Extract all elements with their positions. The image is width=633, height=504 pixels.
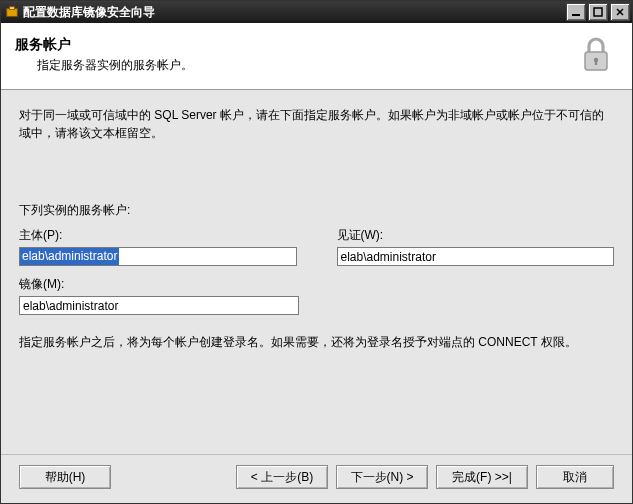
principal-label: 主体(P):: [19, 227, 297, 244]
mirror-input[interactable]: [19, 296, 299, 315]
principal-input[interactable]: [19, 247, 297, 266]
intro-text: 对于同一域或可信域中的 SQL Server 帐户，请在下面指定服务帐户。如果帐…: [19, 106, 614, 142]
witness-label: 见证(W):: [337, 227, 615, 244]
back-button[interactable]: < 上一步(B): [236, 465, 328, 489]
finish-button[interactable]: 完成(F) >>|: [436, 465, 528, 489]
maximize-button[interactable]: [588, 3, 608, 21]
window-controls: [566, 3, 630, 21]
cancel-button[interactable]: 取消: [536, 465, 614, 489]
svg-rect-8: [595, 60, 597, 65]
svg-rect-3: [594, 8, 602, 16]
next-button[interactable]: 下一步(N) >: [336, 465, 428, 489]
window-title: 配置数据库镜像安全向导: [23, 4, 566, 21]
app-icon: [5, 5, 19, 19]
principal-field: 主体(P): elab\administrator: [19, 227, 297, 266]
help-button[interactable]: 帮助(H): [19, 465, 111, 489]
wizard-window: 配置数据库镜像安全向导 服务帐户 指定服务器实例的服务帐户。: [0, 0, 633, 504]
footer-note: 指定服务帐户之后，将为每个帐户创建登录名。如果需要，还将为登录名授予对端点的 C…: [19, 333, 614, 351]
mirror-label: 镜像(M):: [19, 276, 299, 293]
mirror-field: 镜像(M):: [19, 276, 299, 315]
witness-input[interactable]: [337, 247, 615, 266]
minimize-button[interactable]: [566, 3, 586, 21]
wizard-body: 对于同一域或可信域中的 SQL Server 帐户，请在下面指定服务帐户。如果帐…: [1, 90, 632, 454]
titlebar: 配置数据库镜像安全向导: [1, 1, 632, 23]
page-title: 服务帐户: [15, 36, 574, 54]
accounts-heading: 下列实例的服务帐户:: [19, 202, 614, 219]
witness-field: 见证(W):: [337, 227, 615, 266]
close-button[interactable]: [610, 3, 630, 21]
page-subtitle: 指定服务器实例的服务帐户。: [15, 57, 574, 74]
wizard-footer: 帮助(H) < 上一步(B) 下一步(N) > 完成(F) >>| 取消: [1, 454, 632, 503]
svg-rect-1: [9, 7, 14, 10]
wizard-header: 服务帐户 指定服务器实例的服务帐户。: [1, 23, 632, 90]
svg-rect-2: [572, 14, 580, 16]
lock-icon: [574, 33, 618, 77]
